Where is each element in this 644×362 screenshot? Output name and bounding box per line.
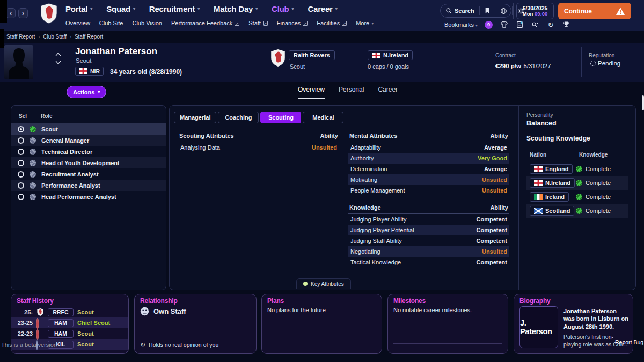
tab-overview[interactable]: Overview xyxy=(298,86,325,99)
breadcrumb-item[interactable]: Club Staff xyxy=(43,34,67,40)
column-sel: Sel xyxy=(19,113,27,119)
club-chip-rrfc[interactable]: RRFC xyxy=(48,308,74,316)
role-row-head-performance-analyst[interactable]: Head Performance Analyst xyxy=(11,191,166,202)
club-link[interactable]: Raith Rovers xyxy=(289,50,335,60)
back-button[interactable]: ‹ xyxy=(6,8,16,18)
role-row-scout[interactable]: Scout xyxy=(11,123,166,135)
external-link-icon: ↗ xyxy=(342,21,347,26)
tab-medical[interactable]: Medical xyxy=(303,112,343,123)
club-chip-ham[interactable]: HAM xyxy=(48,330,74,338)
attribute-row: People ManagementUnsuited xyxy=(348,185,509,196)
ability-column-label: Ability xyxy=(490,132,508,139)
bookmarks-dropdown[interactable]: Bookmarks ▾ xyxy=(444,21,478,28)
relationship-title: Relationship xyxy=(140,297,256,305)
tab-managerial[interactable]: Managerial xyxy=(174,112,216,123)
radio-button[interactable] xyxy=(18,137,24,144)
club-badge-ham-icon xyxy=(36,330,44,337)
club-chip-ham[interactable]: HAM xyxy=(48,319,74,327)
knowledge-value: Complete xyxy=(586,208,611,214)
tab-scouting[interactable]: Scouting xyxy=(260,112,301,123)
continue-button[interactable]: Continue xyxy=(558,3,631,19)
mental-attributes-title: Mental Attributes xyxy=(349,132,397,139)
attribute-value: Unsuited xyxy=(312,144,337,151)
nation-chip-scotland[interactable]: Scotland xyxy=(530,206,574,216)
scrollbar-thumb[interactable] xyxy=(642,95,644,110)
breadcrumb-item[interactable]: Staff Report xyxy=(6,34,35,40)
staff-history-row: 23-25HAMChief Scout xyxy=(11,317,128,328)
attribute-value: Very Good xyxy=(478,155,507,161)
radio-button[interactable] xyxy=(18,194,24,200)
subnav-item-club-vision[interactable]: Club Vision xyxy=(132,20,162,26)
role-wheel-icon xyxy=(30,149,36,155)
nation-chip-england[interactable]: England xyxy=(530,164,573,174)
role-row-performance-analyst[interactable]: Performance Analyst xyxy=(11,180,166,191)
radio-button[interactable] xyxy=(18,171,24,178)
attribute-value: Competent xyxy=(477,238,507,244)
subnav-item-more[interactable]: More▾ xyxy=(356,20,374,26)
prev-person-icon[interactable] xyxy=(55,53,61,56)
search-bar[interactable]: Search xyxy=(440,4,511,18)
nationality-chip[interactable]: NIR xyxy=(75,67,104,76)
chevron-down-icon: ▾ xyxy=(255,6,258,11)
scouting-attributes-title: Scouting Attributes xyxy=(179,132,234,139)
radio-button[interactable] xyxy=(18,149,24,155)
knowledge-value: Complete xyxy=(586,180,611,186)
tab-career[interactable]: Career xyxy=(378,86,398,99)
radio-button[interactable] xyxy=(18,126,24,132)
history-role: Scout xyxy=(77,341,94,348)
flag-bookmark-button[interactable] xyxy=(479,6,495,15)
nation-chip-n-ireland[interactable]: N.Ireland xyxy=(530,178,575,188)
subnav-item-club-site[interactable]: Club Site xyxy=(99,20,123,26)
nav-item-squad[interactable]: Squad▾ xyxy=(106,4,135,13)
history-role: Scout xyxy=(77,309,94,315)
search-field[interactable]: Search xyxy=(441,6,479,15)
subnav-item-overview[interactable]: Overview xyxy=(65,20,90,26)
ability-column-label: Ability xyxy=(490,204,508,211)
flag-nireland-icon xyxy=(534,180,543,186)
scouting-icon[interactable] xyxy=(531,20,539,29)
page-title: Jonathan Paterson xyxy=(75,46,157,57)
nav-item-career[interactable]: Career▾ xyxy=(308,4,337,13)
actions-button[interactable]: Actions ▾ xyxy=(67,86,106,98)
milestones-title: Milestones xyxy=(393,297,508,305)
chevron-right-icon: › xyxy=(70,34,71,40)
nation-chip-ireland[interactable]: Ireland xyxy=(530,192,569,202)
club-crest-icon[interactable] xyxy=(41,3,57,24)
world-button[interactable] xyxy=(495,6,512,15)
shirt-icon[interactable] xyxy=(500,20,508,29)
nav-item-recruitment[interactable]: Recruitment▾ xyxy=(149,4,200,13)
role-row-recruitment-analyst[interactable]: Recruitment Analyst xyxy=(11,168,166,180)
news-card-icon[interactable] xyxy=(515,20,524,29)
divider xyxy=(486,47,486,77)
nav-item-club[interactable]: Club▾ xyxy=(272,4,294,13)
nav-item-portal[interactable]: Portal▾ xyxy=(65,4,92,13)
subnav-item-finances[interactable]: Finances↗ xyxy=(277,20,308,26)
age-text: 34 years old (8/28/1990) xyxy=(110,68,182,76)
radio-button[interactable] xyxy=(18,182,24,189)
role-row-general-manager[interactable]: General Manager xyxy=(11,135,166,146)
nav-item-match-day[interactable]: Match Day▾ xyxy=(214,4,258,13)
tab-coaching[interactable]: Coaching xyxy=(218,112,259,123)
national-team-chip[interactable]: N.Ireland xyxy=(368,50,413,60)
divider xyxy=(581,47,582,77)
sync-icon[interactable]: ↻ xyxy=(546,20,555,29)
tab-personal[interactable]: Personal xyxy=(339,86,364,99)
reputation-icon xyxy=(590,61,596,66)
next-person-icon[interactable] xyxy=(55,61,61,64)
role-row-technical-director[interactable]: Technical Director xyxy=(11,146,166,157)
breadcrumb-item[interactable]: Staff Report xyxy=(75,34,103,40)
game-date: 6/30/2025 Mon 09:00 xyxy=(516,3,554,19)
role-wheel-icon xyxy=(30,126,36,132)
forward-button[interactable]: › xyxy=(18,8,28,18)
subnav-item-facilities[interactable]: Facilities↗ xyxy=(317,20,347,26)
subnav-item-staff[interactable]: Staff↗ xyxy=(248,20,267,26)
key-attributes-legend[interactable]: Key Attributes xyxy=(296,278,351,289)
profile-tabs: OverviewPersonalCareer xyxy=(298,86,398,99)
report-bug-link[interactable]: Report Bug xyxy=(615,339,643,346)
subnav-item-performance-feedback[interactable]: Performance Feedback↗ xyxy=(171,20,239,26)
role-row-head-of-youth-development[interactable]: Head of Youth Development xyxy=(11,157,166,168)
radio-button[interactable] xyxy=(18,160,24,166)
divider xyxy=(513,3,514,19)
notifications-icon[interactable]: 9 xyxy=(485,21,493,29)
trophy-icon[interactable] xyxy=(562,20,570,29)
